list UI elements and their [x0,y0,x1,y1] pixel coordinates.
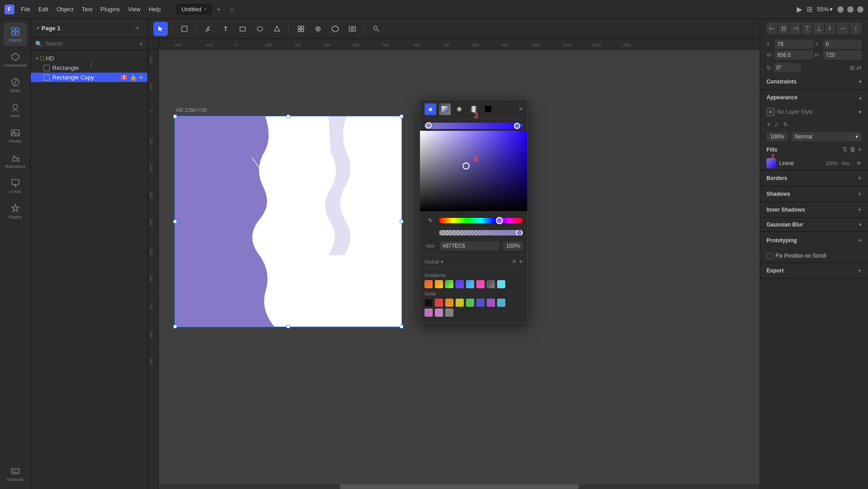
flip-icon[interactable]: ⇄ [856,64,862,71]
add-fill-button[interactable]: + [858,146,862,154]
angle-value[interactable]: 0° [774,63,801,72]
appearance-header[interactable]: Appearance ▴ [760,90,868,105]
cp-global-button[interactable]: Global ▾ [425,259,443,265]
fill-blend-select[interactable]: Nor... [842,161,854,166]
tool-search[interactable] [369,22,383,36]
apply-style-button[interactable]: ✓ [774,121,780,128]
fill-linear-swatch[interactable] [766,158,776,168]
cp-swatch-gradient-green[interactable] [445,280,453,288]
opacity-value[interactable]: 100% [766,132,788,141]
cp-swatch-gradient-red[interactable] [425,280,433,288]
align-right-button[interactable]: ⊣ [790,23,800,34]
refresh-style-button[interactable]: ↻ [783,121,789,128]
cp-alpha-input[interactable]: 100% [503,241,523,250]
zoom-control[interactable]: 55% ▾ [817,6,833,13]
x-value[interactable]: 78 [775,40,813,49]
cp-alpha-thumb[interactable] [516,230,523,235]
add-prototype-button[interactable]: + [858,236,862,244]
cp-gradient-reverse[interactable]: ⇄ [517,122,523,129]
cp-list-icon[interactable]: ≡ [512,258,516,266]
link-proportions-icon[interactable]: ⧉ [850,64,854,72]
layer-group-hd[interactable]: ▾ □ HD [31,53,148,63]
scrollbar-thumb-h[interactable] [339,484,580,489]
scrollbar-horizontal[interactable] [159,484,760,489]
sidebar-item-illustrations[interactable]: Illustrations [4,149,27,172]
constraints-header[interactable]: Constraints ▾ [760,74,868,89]
tool-grid[interactable] [294,22,308,36]
sort-fills-icon[interactable]: ⇅ [842,146,848,154]
add-inner-shadow-button[interactable]: + [858,206,862,214]
sidebar-item-shortcuts[interactable]: Shortcuts [4,462,27,485]
tool-pen[interactable] [201,22,216,36]
sidebar-item-photos[interactable]: Photos [4,124,27,147]
cp-hue-thumb[interactable] [496,217,503,224]
tool-text[interactable]: T [218,22,233,36]
cp-swatch-gradient-cyan[interactable] [497,280,505,288]
cp-swatch-gradient-blue[interactable] [456,280,464,288]
delete-fill-icon[interactable]: 🗑 [850,146,856,154]
cp-angular-mode[interactable] [468,103,480,115]
add-page-button[interactable]: + [133,23,142,32]
cp-pattern-mode[interactable] [482,103,494,115]
fill-visibility-icon[interactable]: 👁 [856,160,862,166]
grid-view-button[interactable]: ⊞ [807,5,813,14]
cp-hue-slider[interactable] [439,218,523,223]
sidebar-item-plugins[interactable]: Plugins [4,199,27,223]
align-bottom-button[interactable]: ⊦ [825,23,836,34]
tool-select[interactable] [153,22,168,36]
align-top-button[interactable]: ⊤ [802,23,812,34]
cp-swatch-gradient-lblue[interactable] [466,280,474,288]
distribute-h-button[interactable]: ↔ [837,23,849,34]
menu-plugins[interactable]: Plugins [97,4,124,14]
sidebar-item-objects[interactable]: Objects [4,23,27,46]
cp-swatch-gradient-pink[interactable] [476,280,485,288]
tool-ellipse[interactable] [253,22,267,36]
cp-color-area[interactable]: 4 [420,131,527,211]
menu-help[interactable]: Help [145,4,164,14]
cp-swatch-yellow[interactable] [456,299,464,307]
cp-swatch-orange[interactable] [445,299,453,307]
cp-color-cursor[interactable] [462,162,470,170]
w-value[interactable]: 856.5 [775,51,813,60]
menu-file[interactable]: File [17,4,34,14]
gaussian-blur-expand[interactable]: ▾ [859,221,862,228]
tool-frame[interactable] [177,22,192,36]
tool-component[interactable] [328,22,342,36]
cp-swatch-gray[interactable] [445,309,453,317]
h-value[interactable]: 720 [823,51,862,60]
search-input[interactable] [45,41,137,47]
layer-item-rectangle-copy[interactable]: Rectangle Copy 1 ↓ 🔒 👁 [31,73,148,82]
add-style-button[interactable]: + [766,120,771,129]
menu-text[interactable]: Text [78,4,96,14]
cp-radial-mode[interactable] [453,103,465,115]
add-export-button[interactable]: + [858,267,862,275]
cp-swatch-green[interactable] [466,299,474,307]
tab-add-button[interactable]: + [214,5,223,14]
tool-mask[interactable] [311,22,325,36]
cp-swatch-lavender[interactable] [425,309,433,317]
fill-opacity-value[interactable]: 100% [826,161,839,166]
close-button[interactable] [857,6,863,13]
cp-swatch-lblue[interactable] [497,299,505,307]
cp-swatch-gradient-dark[interactable] [487,280,495,288]
cp-swatch-gradient-orange[interactable] [435,280,443,288]
cp-linear-mode[interactable] [439,103,451,115]
cp-solid-mode[interactable]: ■ [425,103,436,115]
cp-swatch-red[interactable] [435,299,443,307]
play-button[interactable]: ▶ [797,5,802,14]
tool-triangle[interactable] [270,22,284,36]
cp-alpha-slider[interactable] [439,230,523,235]
style-select-icon[interactable]: ▾ [859,109,862,115]
distribute-v-button[interactable]: ↕ [850,23,862,34]
cp-add-swatch-button[interactable]: + [519,258,523,266]
prototyping-header[interactable]: Prototyping + [760,232,868,249]
sidebar-item-icons[interactable]: Icons [4,98,27,122]
tool-rect[interactable] [235,22,250,36]
cp-swatch-purple[interactable] [487,299,495,307]
cp-hex-input[interactable]: #877EC6 [440,241,499,250]
sidebar-item-styles[interactable]: Styles [4,73,27,97]
cp-swatch-dblue[interactable] [476,299,485,307]
cp-gradient-slider[interactable] [425,123,523,129]
fix-position-checkbox[interactable] [766,253,773,259]
menu-edit[interactable]: Edit [35,4,52,14]
